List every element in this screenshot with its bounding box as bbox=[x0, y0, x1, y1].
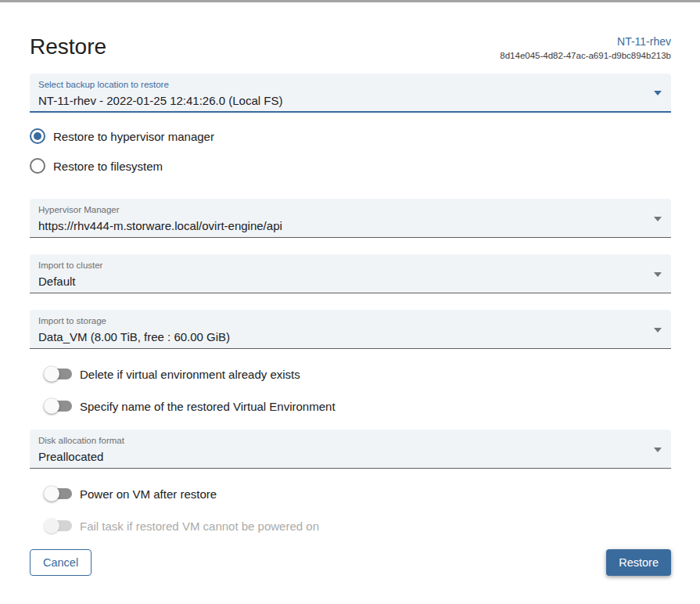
pre-restore-toggles: Delete if virtual environment already ex… bbox=[30, 365, 671, 415]
import-storage-select[interactable]: Import to storage Data_VM (8.00 TiB, fre… bbox=[30, 310, 671, 349]
import-cluster-label: Import to cluster bbox=[38, 261, 644, 271]
page-title: Restore bbox=[30, 34, 106, 59]
radio-label: Restore to filesystem bbox=[53, 160, 163, 173]
disk-allocation-value: Preallocated bbox=[38, 449, 644, 464]
dialog-footer: Cancel Restore bbox=[30, 549, 671, 576]
vm-meta: NT-11-rhev 8d14e045-4d82-47ac-a691-d9bc8… bbox=[500, 34, 671, 62]
dropdown-arrow-icon bbox=[654, 272, 662, 277]
toggle-switch-icon bbox=[44, 398, 72, 414]
window-top-edge bbox=[0, 0, 700, 2]
import-storage-label: Import to storage bbox=[38, 316, 644, 326]
toggle-switch-icon bbox=[44, 486, 72, 502]
toggle-label: Delete if virtual environment already ex… bbox=[80, 368, 300, 381]
toggle-fail-task-if-not-powered: Fail task if restored VM cannot be power… bbox=[30, 516, 671, 535]
restore-target-radio-group: Restore to hypervisor manager Restore to… bbox=[30, 127, 671, 175]
radio-label: Restore to hypervisor manager bbox=[53, 130, 214, 143]
vm-uuid: 8d14e045-4d82-47ac-a691-d9bc894b213b bbox=[500, 50, 671, 62]
hypervisor-manager-select[interactable]: Hypervisor Manager https://rhv444-m.stor… bbox=[30, 199, 671, 238]
cancel-button[interactable]: Cancel bbox=[30, 549, 92, 576]
toggle-switch-icon bbox=[44, 366, 72, 382]
restore-button[interactable]: Restore bbox=[606, 549, 671, 576]
toggle-switch-icon bbox=[44, 518, 72, 534]
radio-button-icon bbox=[30, 158, 45, 174]
toggle-specify-name[interactable]: Specify name of the restored Virtual Env… bbox=[30, 397, 671, 415]
dropdown-arrow-icon bbox=[654, 217, 662, 221]
hypervisor-manager-label: Hypervisor Manager bbox=[38, 205, 644, 215]
toggle-delete-if-exists[interactable]: Delete if virtual environment already ex… bbox=[30, 365, 671, 383]
backup-location-label: Select backup location to restore bbox=[38, 80, 644, 90]
toggle-label: Specify name of the restored Virtual Env… bbox=[80, 400, 336, 413]
toggle-label: Fail task if restored VM cannot be power… bbox=[80, 520, 319, 533]
backup-location-value: NT-11-rhev - 2022-01-25 12:41:26.0 (Loca… bbox=[38, 93, 644, 108]
backup-location-select[interactable]: Select backup location to restore NT-11-… bbox=[30, 74, 671, 113]
radio-restore-to-hypervisor[interactable]: Restore to hypervisor manager bbox=[30, 127, 671, 146]
hypervisor-manager-value: https://rhv444-m.storware.local/ovirt-en… bbox=[38, 218, 644, 233]
radio-button-icon bbox=[30, 128, 45, 144]
dialog-header: Restore NT-11-rhev 8d14e045-4d82-47ac-a6… bbox=[30, 34, 671, 62]
vm-name-link[interactable]: NT-11-rhev bbox=[500, 35, 671, 49]
disk-allocation-label: Disk allocation format bbox=[38, 436, 644, 446]
toggle-power-on-vm[interactable]: Power on VM after restore bbox=[30, 484, 671, 503]
restore-dialog: Restore NT-11-rhev 8d14e045-4d82-47ac-a6… bbox=[0, 34, 700, 576]
radio-restore-to-filesystem[interactable]: Restore to filesystem bbox=[30, 156, 671, 175]
dropdown-arrow-icon bbox=[654, 448, 662, 452]
toggle-label: Power on VM after restore bbox=[80, 487, 217, 501]
dropdown-arrow-icon bbox=[654, 328, 662, 333]
import-cluster-select[interactable]: Import to cluster Default bbox=[30, 254, 671, 293]
post-restore-toggles: Power on VM after restore Fail task if r… bbox=[30, 484, 671, 535]
dropdown-arrow-icon bbox=[654, 91, 662, 95]
disk-allocation-select[interactable]: Disk allocation format Preallocated bbox=[30, 430, 671, 469]
import-cluster-value: Default bbox=[38, 274, 644, 289]
import-storage-value: Data_VM (8.00 TiB, free : 60.00 GiB) bbox=[38, 329, 644, 344]
